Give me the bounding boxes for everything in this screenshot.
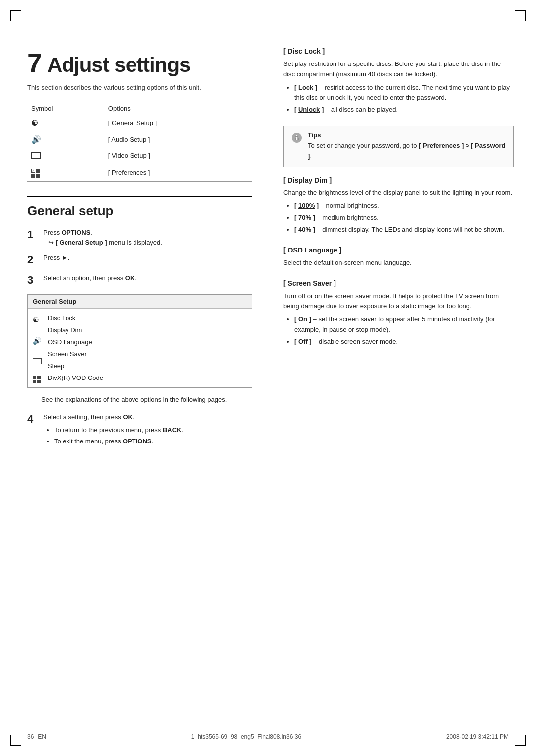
screen-saver-section: [ Screen Saver ] Turn off or on the scre… xyxy=(283,279,514,347)
symbol-audio: 🔊 xyxy=(27,131,104,148)
disc-lock-title: [ Disc Lock ] xyxy=(283,47,514,55)
general-icon: ☯ xyxy=(31,119,37,127)
option-prefs: [ Preferences ] xyxy=(104,163,252,182)
step-1-text: Press OPTIONS. xyxy=(43,229,92,236)
menu-item-disc-lock: Disc Lock xyxy=(48,313,247,324)
two-col-layout: 7Adjust settings This section describes … xyxy=(0,20,536,476)
bullet-item: [ Off ] – disable screen saver mode. xyxy=(294,337,514,347)
menu-item-label: Screen Saver xyxy=(48,350,87,358)
setup-box-icons: ☯ 🔊 xyxy=(33,313,42,383)
step-2-content: Press ►. xyxy=(43,253,252,263)
screen-saver-bullets: [ On ] – set the screen saver to appear … xyxy=(283,315,514,347)
setup-box-header: General Setup xyxy=(28,295,252,309)
audio-icon: 🔊 xyxy=(31,135,41,144)
bullet-item: To return to the previous menu, press BA… xyxy=(54,425,252,436)
bullet-item: [ 100% ] – normal brightness. xyxy=(294,201,514,211)
option-audio: [ Audio Setup ] xyxy=(104,131,252,148)
section-divider xyxy=(27,196,252,197)
tips-content: Tips To set or change your password, go … xyxy=(308,131,506,162)
footer-lang: EN xyxy=(38,733,46,740)
bullet-item: [ On ] – set the screen saver to appear … xyxy=(294,315,514,335)
step-1: 1 Press OPTIONS. ↪ [ General Setup ] men… xyxy=(27,228,252,247)
chapter-title: Adjust settings xyxy=(47,53,190,76)
page-footer: 36 EN 1_hts3565-69_98_eng5_Final808.in36… xyxy=(0,733,536,740)
screen-saver-desc: Turn off or on the screen saver mode. It… xyxy=(283,291,514,312)
menu-line xyxy=(192,318,247,318)
setup-box-menu: Disc Lock Display Dim OSD Language xyxy=(48,313,247,383)
disc-lock-desc: Set play restriction for a specific disc… xyxy=(283,59,514,80)
general-setup-heading: General setup xyxy=(27,203,252,219)
tips-header: Tips xyxy=(308,131,506,139)
display-dim-bullets: [ 100% ] – normal brightness. [ 70% ] – … xyxy=(283,201,514,235)
step-2-text: Press ►. xyxy=(43,254,69,261)
menu-line xyxy=(192,354,247,354)
step-3: 3 Select an option, then press OK. xyxy=(27,273,252,288)
osd-language-section: [ OSD Language ] Select the default on-s… xyxy=(283,246,514,268)
menu-item-label: OSD Language xyxy=(48,338,92,346)
step-1-sub: ↪ [ General Setup ] menu is displayed. xyxy=(48,238,252,248)
step-4-bullets: To return to the previous menu, press BA… xyxy=(43,425,252,447)
symbol-video xyxy=(27,148,104,163)
symbol-general: ☯ xyxy=(27,115,104,131)
menu-item-screen-saver: Screen Saver xyxy=(48,348,247,360)
footer-file: 1_hts3565-69_98_eng5_Final808.in36 36 xyxy=(191,733,301,740)
table-row: 🔊 [ Audio Setup ] xyxy=(27,131,252,148)
menu-line xyxy=(192,366,247,366)
symbol-prefs xyxy=(27,163,104,182)
display-dim-section: [ Display Dim ] Change the brightness le… xyxy=(283,176,514,235)
display-dim-title: [ Display Dim ] xyxy=(283,176,514,184)
tips-icon xyxy=(291,132,303,146)
bullet-item: [ 40% ] – dimmest display. The LEDs and … xyxy=(294,225,514,235)
right-column: [ Disc Lock ] Set play restriction for a… xyxy=(268,20,536,476)
step-4-text: Select a setting, then press OK. xyxy=(43,413,134,421)
col-symbol: Symbol xyxy=(27,102,104,115)
step-3-content: Select an option, then press OK. xyxy=(43,273,252,283)
video-icon xyxy=(31,152,41,159)
corner-tl xyxy=(10,10,21,21)
box-icon-audio: 🔊 xyxy=(33,335,42,346)
box-icon-general: ☯ xyxy=(33,315,42,325)
menu-item-label: Sleep xyxy=(48,362,64,370)
bullet-item: [ Unlock ] – all discs can be played. xyxy=(294,105,514,115)
menu-line xyxy=(192,342,247,342)
footer-left: 36 EN xyxy=(27,733,46,740)
corner-tr xyxy=(515,10,526,21)
menu-item-osd: OSD Language xyxy=(48,336,247,348)
step-4-number: 4 xyxy=(27,412,41,427)
menu-item-divx: DivX(R) VOD Code xyxy=(48,372,247,383)
menu-item-label: Disc Lock xyxy=(48,315,75,322)
menu-line xyxy=(192,330,247,330)
page-number: 36 xyxy=(27,733,34,740)
menu-line xyxy=(192,378,247,378)
page-container: 7Adjust settings This section describes … xyxy=(0,0,536,756)
step-1-content: Press OPTIONS. ↪ [ General Setup ] menu … xyxy=(43,228,252,247)
tips-box: Tips To set or change your password, go … xyxy=(283,126,514,167)
prefs-icon xyxy=(31,169,41,178)
step-3-number: 3 xyxy=(27,273,41,288)
menu-item-label: DivX(R) VOD Code xyxy=(48,374,103,381)
left-column: 7Adjust settings This section describes … xyxy=(0,20,268,476)
chapter-title-block: 7Adjust settings xyxy=(27,47,252,78)
menu-item-sleep: Sleep xyxy=(48,360,247,372)
step-4: 4 Select a setting, then press OK. To re… xyxy=(27,412,252,450)
table-row: ☯ [ General Setup ] xyxy=(27,115,252,131)
col-options: Options xyxy=(104,102,252,115)
step-3-text: Select an option, then press OK. xyxy=(43,274,136,282)
chapter-number: 7 xyxy=(27,48,42,77)
box-icon-video xyxy=(33,358,42,364)
footer-note: See the explanations of the above option… xyxy=(41,395,252,405)
disc-lock-section: [ Disc Lock ] Set play restriction for a… xyxy=(283,47,514,115)
osd-language-title: [ OSD Language ] xyxy=(283,246,514,254)
box-icon-prefs xyxy=(33,376,42,383)
bullet-item: To exit the menu, press OPTIONS. xyxy=(54,437,252,447)
symbol-table: Symbol Options ☯ [ General Setup ] 🔊 xyxy=(27,102,252,182)
step-4-content: Select a setting, then press OK. To retu… xyxy=(43,412,252,450)
osd-language-desc: Select the default on-screen menu langua… xyxy=(283,258,514,268)
disc-lock-bullets: [ Lock ] – restrict access to the curren… xyxy=(283,83,514,115)
table-row: [ Video Setup ] xyxy=(27,148,252,163)
bullet-item: [ 70% ] – medium brightness. xyxy=(294,213,514,223)
option-general: [ General Setup ] xyxy=(104,115,252,131)
tips-text: To set or change your password, go to [ … xyxy=(308,141,506,162)
menu-item-display-dim: Display Dim xyxy=(48,324,247,336)
setup-box-body: ☯ 🔊 xyxy=(28,309,252,387)
